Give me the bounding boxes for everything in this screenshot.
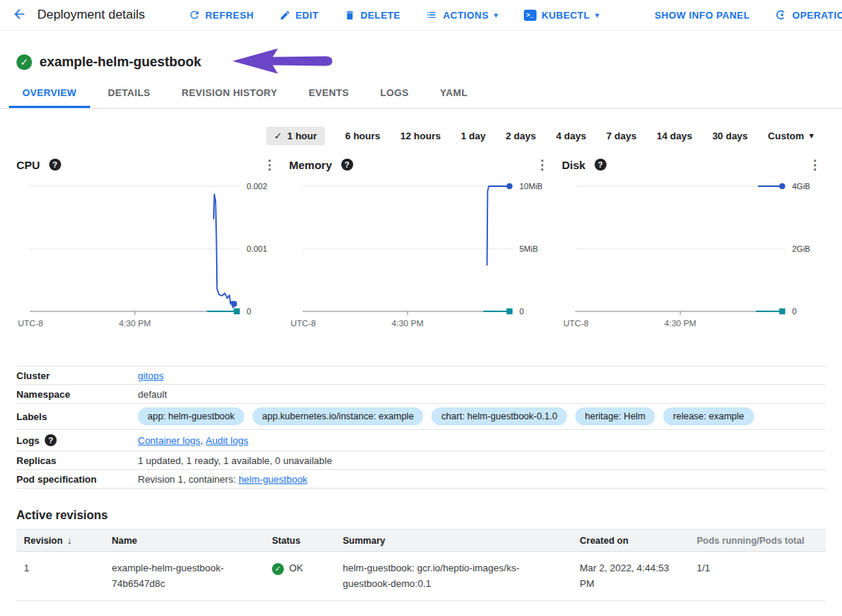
container-link[interactable]: helm-guestbook <box>238 474 308 485</box>
toolbar: Deployment details REFRESH EDIT DELETE <box>0 0 842 31</box>
logs-row: Logs ? Container logs, Audit logs <box>16 430 826 451</box>
time-option-6-hours[interactable]: 6 hours <box>345 130 380 142</box>
list-icon <box>425 9 437 21</box>
help-icon[interactable]: ? <box>45 434 57 446</box>
logs-label: Logs <box>16 435 39 446</box>
tab-revision-history[interactable]: REVISION HISTORY <box>168 80 291 108</box>
tab-bar: OVERVIEW DETAILS REVISION HISTORY EVENTS… <box>0 80 842 109</box>
delete-button[interactable]: DELETE <box>344 10 401 21</box>
labels-chips: app: helm-guestbook app.kubernetes.io/in… <box>138 405 754 428</box>
annotation-arrow <box>231 47 334 78</box>
edit-button[interactable]: EDIT <box>279 10 319 21</box>
label-chip: heritage: Helm <box>575 407 655 425</box>
back-button[interactable] <box>12 4 27 26</box>
time-option-2-days[interactable]: 2 days <box>506 130 536 142</box>
label-chip: chart: helm-guestbook-0.1.0 <box>431 407 567 425</box>
svg-text:UTC-8: UTC-8 <box>291 319 316 328</box>
trash-icon <box>344 10 355 21</box>
deployment-details-page: Deployment details REFRESH EDIT DELETE <box>0 0 842 616</box>
help-icon[interactable]: ? <box>49 159 61 171</box>
deployment-name: example-helm-guestbook <box>39 54 201 70</box>
summary-cell: helm-guestbook: gcr.io/heptio-images/ks-… <box>335 552 572 601</box>
column-status: Status <box>265 530 335 552</box>
cluster-label: Cluster <box>16 370 138 381</box>
memory-chart: 10MiB5MiB0UTC-84:30 PM <box>289 179 562 334</box>
chevron-down-icon: ▾ <box>494 10 498 20</box>
svg-text:0: 0 <box>519 307 524 316</box>
help-icon[interactable]: ? <box>595 159 607 171</box>
labels-label: Labels <box>16 411 138 422</box>
namespace-row: Namespace default <box>16 385 826 404</box>
active-revisions-title: Active revisions <box>16 509 842 522</box>
svg-text:4:30 PM: 4:30 PM <box>392 319 424 328</box>
time-option-12-hours[interactable]: 12 hours <box>400 130 440 142</box>
replicas-row: Replicas 1 updated, 1 ready, 1 available… <box>16 451 826 470</box>
time-option-30-days[interactable]: 30 days <box>712 130 748 142</box>
cpu-chart-plot: 0.0020.0010UTC-84:30 PM <box>16 179 279 331</box>
arrow-left-icon <box>12 7 27 24</box>
cpu-chart-header: CPU ? ⋮ <box>16 150 289 179</box>
namespace-label: Namespace <box>16 389 138 400</box>
chevron-down-icon: ▾ <box>809 130 814 141</box>
svg-text:4:30 PM: 4:30 PM <box>665 319 697 328</box>
help-icon[interactable]: ? <box>341 159 353 171</box>
operations-icon <box>775 9 787 21</box>
page-header-title: Deployment details <box>37 7 145 22</box>
cluster-link[interactable]: gitops <box>138 370 164 381</box>
active-revisions-table: Revision↓ Name Status Summary Created on… <box>16 529 826 601</box>
more-options-icon[interactable]: ⋮ <box>808 159 821 171</box>
memory-chart-plot: 10MiB5MiB0UTC-84:30 PM <box>289 179 551 331</box>
table-header-row: Revision↓ Name Status Summary Created on… <box>16 530 826 552</box>
time-option-1-day[interactable]: 1 day <box>460 130 485 142</box>
name-cell: example-helm-guestbook-74b6547d8c <box>104 552 265 601</box>
tab-events[interactable]: EVENTS <box>295 80 362 108</box>
actions-menu-button[interactable]: ACTIONS ▾ <box>425 9 498 21</box>
kubectl-menu-button[interactable]: >_ KUBECTL ▾ <box>524 10 600 21</box>
status-cell: ✓ OK <box>265 552 335 601</box>
tab-details[interactable]: DETAILS <box>95 80 164 108</box>
container-logs-link[interactable]: Container logs <box>138 435 200 446</box>
logs-separator: , <box>200 435 206 446</box>
disk-chart-panel: Disk ? ⋮ 4GiB2GiB0UTC-84:30 PM <box>562 150 835 334</box>
svg-text:0: 0 <box>247 307 251 316</box>
pod-specification-label: Pod specification <box>16 474 138 485</box>
memory-chart-title: Memory <box>289 159 332 171</box>
disk-chart-plot: 4GiB2GiB0UTC-84:30 PM <box>562 179 824 331</box>
svg-text:4GiB: 4GiB <box>792 182 810 191</box>
cpu-chart-title: CPU <box>16 159 40 171</box>
time-option-1-hour-selected[interactable]: ✓ 1 hour <box>266 127 326 145</box>
more-options-icon[interactable]: ⋮ <box>536 159 548 171</box>
audit-logs-link[interactable]: Audit logs <box>206 435 248 446</box>
tab-logs[interactable]: LOGS <box>367 80 422 108</box>
tab-overview[interactable]: OVERVIEW <box>9 80 90 108</box>
check-icon: ✓ <box>274 130 282 142</box>
label-chip: app: helm-guestbook <box>138 407 244 425</box>
toolbar-actions: REFRESH EDIT DELETE ACTIONS ▾ <box>189 9 842 21</box>
svg-text:5MiB: 5MiB <box>519 244 538 253</box>
show-info-panel-button[interactable]: SHOW INFO PANEL <box>654 10 750 21</box>
column-summary: Summary <box>335 530 572 552</box>
metrics-charts: CPU ? ⋮ 0.0020.0010UTC-84:30 PM Memory ?… <box>0 150 842 334</box>
time-option-4-days[interactable]: 4 days <box>556 130 586 142</box>
time-option-7-days[interactable]: 7 days <box>607 130 636 142</box>
cpu-chart: 0.0020.0010UTC-84:30 PM <box>16 179 289 334</box>
namespace-value: default <box>138 389 167 400</box>
terminal-icon: >_ <box>524 10 536 21</box>
memory-chart-panel: Memory ? ⋮ 10MiB5MiB0UTC-84:30 PM <box>289 150 562 334</box>
time-option-14-days[interactable]: 14 days <box>656 130 692 142</box>
refresh-button[interactable]: REFRESH <box>189 9 254 21</box>
disk-chart-header: Disk ? ⋮ <box>562 150 835 179</box>
edit-pencil-icon <box>279 10 291 21</box>
labels-row: Labels app: helm-guestbook app.kubernete… <box>16 404 826 430</box>
refresh-icon <box>189 9 200 21</box>
label-chip: app.kubernetes.io/instance: example <box>253 407 424 425</box>
replicas-label: Replicas <box>16 455 138 466</box>
time-option-custom[interactable]: Custom ▾ <box>768 130 814 142</box>
svg-text:0: 0 <box>792 307 797 316</box>
tab-yaml[interactable]: YAML <box>427 80 481 108</box>
cluster-row: Cluster gitops <box>16 366 826 385</box>
svg-text:10MiB: 10MiB <box>519 182 542 191</box>
column-revision[interactable]: Revision↓ <box>16 530 104 552</box>
operations-button[interactable]: OPERATIONS <box>775 9 842 21</box>
more-options-icon[interactable]: ⋮ <box>263 159 276 171</box>
